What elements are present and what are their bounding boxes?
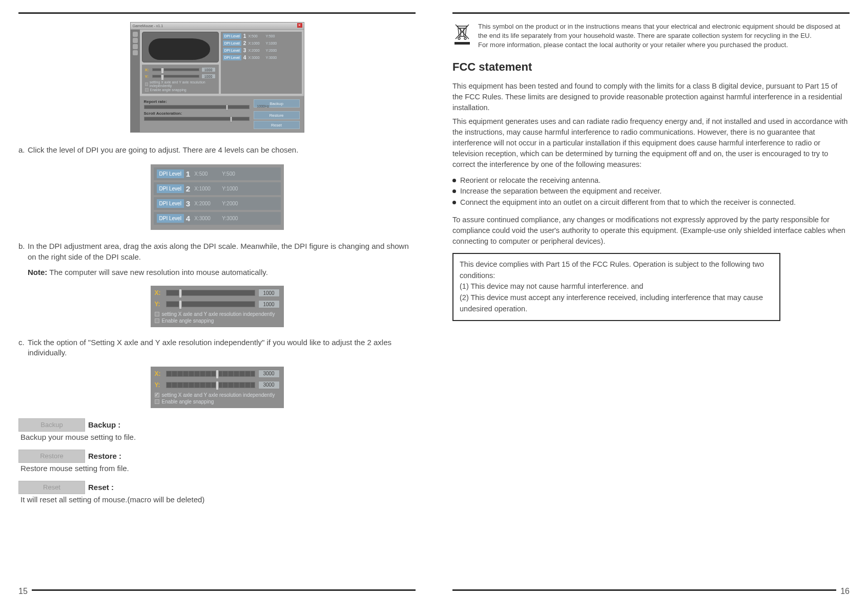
- slider-y-value: 1000: [201, 74, 216, 79]
- fcc-bullet-list: Reorient or relocate the receiving anten…: [452, 175, 850, 208]
- report-rate-label: Report rate:: [144, 99, 250, 104]
- reset-row: Reset Reset :: [18, 481, 416, 494]
- restore-row: Restore Restore :: [18, 450, 416, 463]
- page-number-left: 15: [18, 587, 28, 596]
- fcc-heading: FCC statement: [452, 60, 850, 74]
- figure-dpi-levels: DPI Level1X:500Y:500 DPI Level2X:1000Y:1…: [151, 164, 284, 230]
- scroll-accel-label: Scroll Acceleration:: [144, 111, 250, 116]
- svg-point-0: [458, 37, 460, 39]
- backup-title: Backup :: [88, 420, 120, 429]
- xy2-x-row[interactable]: X:3000: [155, 370, 280, 378]
- fcc-paragraph-3: To assure continued compliance, any chan…: [452, 215, 850, 247]
- report-rate-slider[interactable]: 1000Hz: [144, 105, 250, 109]
- reset-button-small[interactable]: Reset: [254, 121, 300, 129]
- compliance-line-3: (2) This device must accept any interfer…: [460, 292, 773, 315]
- note-line: Note: The computer will save new resolut…: [28, 267, 416, 278]
- fcc-bullet-1: Reorient or relocate the receiving anten…: [452, 175, 850, 186]
- dpi-level-row-3[interactable]: DPI Level3X:2000Y:2000: [154, 197, 281, 210]
- dpi-level-column: DPI Level1X:500Y:500 DPI Level2X:1000Y:1…: [221, 32, 302, 94]
- figure-xy-sliders-2: X:3000 Y:3000 setting X axle and Y axle …: [151, 367, 284, 408]
- restore-title: Restore :: [88, 452, 121, 460]
- step-a: a.Click the level of DPI you are going t…: [18, 145, 416, 155]
- xy1-checkbox-snap[interactable]: Enable angle snapping: [155, 318, 280, 324]
- top-rule: [18, 12, 416, 14]
- svg-point-1: [464, 37, 466, 39]
- xy2-checkbox-snap[interactable]: Enable angle snapping: [155, 399, 280, 405]
- restore-desc: Restore mouse setting from file.: [20, 464, 416, 473]
- figure-xy-sliders-1: X:1000 Y:1000 setting X axle and Y axle …: [151, 286, 284, 327]
- dpi-level-row-1[interactable]: DPI Level1X:500Y:500: [154, 167, 281, 180]
- backup-desc: Backup your mouse setting to file.: [20, 433, 416, 441]
- dpi-level-row-2[interactable]: DPI Level2X:1000Y:1000: [154, 182, 281, 195]
- xy1-checkbox-independent[interactable]: setting X axle and Y axle resolution ind…: [155, 311, 280, 317]
- reset-button[interactable]: Reset: [18, 481, 85, 494]
- checkbox-independent-xy[interactable]: setting X axle and Y axle resolution ind…: [145, 80, 216, 88]
- dpi-level-2[interactable]: DPI Level2X:1000Y:1000: [223, 40, 300, 46]
- weee-icon: [452, 22, 472, 50]
- checkbox-angle-snap[interactable]: Enable angle snapping: [145, 88, 216, 92]
- restore-button[interactable]: Restore: [18, 450, 85, 463]
- bottom-rule: [452, 589, 836, 591]
- dpi-level-row-4[interactable]: DPI Level4X:3000Y:3000: [154, 212, 281, 225]
- dpi-level-3[interactable]: DPI Level3X:2000Y:2000: [223, 48, 300, 53]
- fcc-paragraph-1: This equipment has been tested and found…: [452, 81, 850, 113]
- compliance-line-1: This device complies with Part 15 of the…: [460, 259, 773, 282]
- xy1-x-row[interactable]: X:1000: [155, 289, 280, 297]
- weee-section: This symbol on the product or in the ins…: [452, 22, 850, 50]
- fcc-bullet-2: Increase the separation between the equi…: [452, 186, 850, 197]
- step-c: c.Tick the option of "Setting X axle and…: [18, 337, 416, 358]
- xy1-y-row[interactable]: Y:1000: [155, 300, 280, 308]
- slider-y-row[interactable]: Y: 1000: [145, 74, 216, 79]
- weee-paragraph-1: This symbol on the product or in the ins…: [478, 22, 850, 40]
- reset-desc: It will reset all setting of mouse.(macr…: [20, 495, 416, 504]
- page-left: GameMouse - v1.1 X:: [0, 0, 434, 596]
- slider-x-row[interactable]: X: 1000: [145, 67, 216, 72]
- slider-x-track[interactable]: [152, 68, 199, 71]
- weee-paragraph-2: For more information, please contact the…: [478, 40, 850, 50]
- figure-main-window: GameMouse - v1.1 X:: [130, 22, 304, 133]
- slider-y-track[interactable]: [152, 75, 199, 78]
- backup-button[interactable]: Backup: [18, 418, 85, 432]
- slider-x-value: 1000: [201, 67, 216, 72]
- page-right: This symbol on the product or in the ins…: [434, 0, 868, 596]
- step-b: b.In the DPI adjustment area, drag the a…: [18, 241, 416, 262]
- fcc-compliance-box: This device complies with Part 15 of the…: [452, 253, 780, 321]
- restore-button-small[interactable]: Restore: [254, 111, 300, 119]
- window-titlebar: GameMouse - v1.1: [131, 23, 304, 30]
- compliance-line-2: (1) This device may not cause harmful in…: [460, 281, 773, 292]
- page-number-right: 16: [840, 587, 850, 596]
- bottom-rule: [32, 589, 416, 591]
- mouse-image: [142, 32, 219, 62]
- fcc-bullet-3: Connect the equipment into an outlet on …: [452, 197, 850, 208]
- xy2-y-row[interactable]: Y:3000: [155, 381, 280, 389]
- reset-title: Reset :: [88, 483, 114, 492]
- fcc-paragraph-2: This equipment generates uses and can ra…: [452, 116, 850, 170]
- backup-row: Backup Backup :: [18, 418, 416, 432]
- dpi-level-4[interactable]: DPI Level4X:3000Y:3000: [223, 55, 300, 60]
- xy2-checkbox-independent[interactable]: setting X axle and Y axle resolution ind…: [155, 392, 280, 398]
- window-sidebar: [131, 30, 140, 132]
- scroll-accel-slider[interactable]: [144, 117, 250, 121]
- top-rule: [452, 12, 850, 14]
- dpi-level-1[interactable]: DPI Level1X:500Y:500: [223, 33, 300, 39]
